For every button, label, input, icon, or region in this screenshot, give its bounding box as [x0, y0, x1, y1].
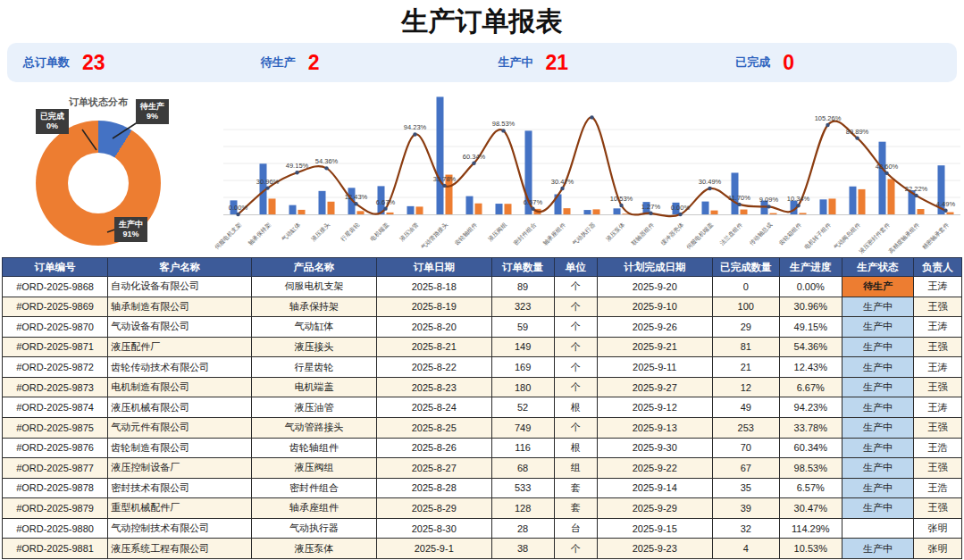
- cell-progress: 49.15%: [779, 317, 842, 338]
- report-page: 生产订单报表 总订单数23待生产2生产中21已完成0 订单状态分布 已完成0% …: [0, 0, 964, 560]
- cell-done: 39: [712, 498, 779, 519]
- cell-customer: 重型机械配件厂: [108, 498, 252, 519]
- cell-unit: 套: [554, 498, 597, 519]
- order-qty-bar: [614, 208, 621, 214]
- progress-marker: [884, 171, 888, 175]
- category-label: 气动阀岛组件: [833, 221, 863, 251]
- cell-id: #ORD-2025-9870: [3, 317, 108, 338]
- order-qty-bar: [289, 205, 297, 214]
- cell-order-date: 2025-8-22: [376, 357, 491, 378]
- category-label: 液压油管: [398, 221, 420, 242]
- cell-status: 生产中: [842, 317, 914, 338]
- stat-label: 待生产: [261, 54, 296, 71]
- cell-progress: 10.53%: [779, 539, 842, 559]
- cell-product: 液压接头: [252, 337, 377, 357]
- cell-qty: 128: [491, 498, 554, 519]
- completed-qty-bar: [947, 213, 954, 214]
- progress-label: 89.89%: [846, 128, 869, 136]
- category-label: 齿轮轴组件: [453, 221, 479, 247]
- progress-label: 11.70%: [728, 194, 750, 202]
- col-header: 计划完成日期: [597, 258, 712, 277]
- cell-progress: 33.78%: [779, 417, 842, 438]
- cell-unit: 套: [554, 478, 597, 498]
- cell-plan-date: 2025-9-27: [597, 377, 712, 397]
- cell-owner: 王涛: [914, 357, 962, 378]
- cell-status: 生产中: [842, 397, 914, 418]
- cell-plan-date: 2025-9-22: [597, 458, 712, 479]
- cell-plan-date: 2025-9-14: [597, 478, 712, 498]
- progress-label: 94.23%: [404, 123, 427, 131]
- cell-unit: 组: [554, 458, 597, 479]
- cell-qty: 180: [491, 377, 554, 397]
- table-row: #ORD-2025-9878密封技术有限公司密封件组合2025-8-28533套…: [3, 478, 962, 498]
- progress-marker: [649, 212, 652, 215]
- progress-marker: [324, 166, 328, 170]
- cell-status: 生产中: [842, 478, 914, 498]
- cell-product: 齿轮轴组件: [252, 438, 377, 458]
- category-label: 法兰盘组件: [718, 221, 744, 247]
- cell-done: 49: [712, 397, 779, 418]
- cell-customer: 齿轮传动技术有限公司: [108, 357, 252, 378]
- cell-unit: 根: [554, 397, 597, 418]
- stat-label: 总订单数: [23, 54, 70, 71]
- cell-owner: 王浩: [914, 438, 962, 458]
- category-label: 气动管路接头: [420, 221, 450, 251]
- category-label: 缓冲器壳体: [659, 221, 685, 247]
- cell-qty: 169: [491, 357, 554, 378]
- donut-leader-lines: [0, 85, 214, 255]
- cell-product: 电机端盖: [252, 377, 377, 397]
- cell-plan-date: 2025-9-20: [597, 277, 712, 297]
- callout-name: 生产中: [119, 220, 143, 230]
- completed-qty-bar: [387, 213, 394, 214]
- cell-id: #ORD-2025-9869: [3, 297, 108, 317]
- cell-done: 29: [712, 317, 779, 338]
- cell-product: 行星齿轮: [252, 357, 377, 378]
- cell-status: [842, 518, 914, 539]
- stat-value: 0: [783, 51, 794, 75]
- category-label: 轴承保持架: [247, 221, 272, 247]
- completed-qty-bar: [770, 213, 777, 214]
- cell-customer: 气动设备有限公司: [108, 317, 252, 338]
- col-header: 订单数量: [491, 258, 554, 277]
- cell-owner: 王涛: [914, 397, 962, 418]
- progress-label: 33.78%: [433, 175, 457, 183]
- combo-chart: 伺服电机支架轴承保持架气动缸体液压接头行星齿轮电机端盖液压油管气动管路接头齿轮轴…: [214, 85, 964, 255]
- progress-marker: [796, 204, 800, 207]
- cell-id: #ORD-2025-9876: [3, 438, 108, 458]
- cell-qty: 59: [491, 317, 554, 338]
- order-qty-bar: [820, 199, 827, 214]
- cell-status: 生产中: [842, 438, 914, 458]
- cell-plan-date: 2025-9-15: [597, 518, 712, 539]
- progress-label: 49.15%: [286, 162, 309, 170]
- progress-label: 6.67%: [376, 198, 396, 206]
- col-header: 生产状态: [842, 258, 914, 277]
- order-qty-bar: [319, 191, 326, 214]
- category-label: 液压泵体: [605, 221, 626, 242]
- cell-owner: 王强: [914, 377, 962, 397]
- order-qty-bar: [850, 187, 857, 214]
- category-label: 联轴器组件: [630, 221, 656, 247]
- col-header: 负责人: [914, 258, 962, 277]
- cell-owner: 王强: [914, 498, 962, 519]
- progress-marker: [826, 123, 829, 127]
- cell-plan-date: 2025-9-29: [597, 498, 712, 519]
- cell-status: 生产中: [842, 498, 914, 519]
- cell-progress: 30.96%: [779, 297, 842, 317]
- cell-order-date: 2025-8-26: [376, 438, 491, 458]
- cell-id: #ORD-2025-9879: [3, 498, 108, 519]
- cell-done: 32: [712, 518, 779, 539]
- progress-marker: [472, 161, 475, 164]
- cell-order-date: 2025-8-21: [376, 337, 491, 357]
- cell-product: 气动管路接头: [252, 417, 377, 438]
- cell-done: 100: [712, 297, 779, 317]
- cell-unit: 个: [554, 277, 597, 297]
- cell-done: 253: [712, 417, 779, 438]
- cell-product: 轴承保持架: [252, 297, 377, 317]
- progress-marker: [619, 204, 623, 207]
- cell-progress: 114.29%: [779, 518, 842, 539]
- category-label: 液压阀组: [487, 221, 508, 242]
- cell-customer: 气动控制技术有限公司: [108, 518, 252, 539]
- completed-qty-bar: [859, 189, 866, 214]
- cell-status: 生产中: [842, 357, 914, 378]
- completed-qty-bar: [800, 213, 807, 214]
